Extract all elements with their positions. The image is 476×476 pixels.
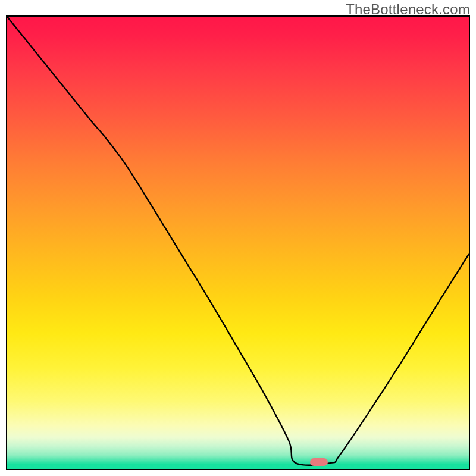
gradient-background bbox=[7, 17, 469, 469]
watermark-text: TheBottleneck.com bbox=[346, 1, 470, 18]
optimum-marker-pill bbox=[310, 458, 328, 466]
plot-area bbox=[6, 15, 470, 470]
chart-container: TheBottleneck.com bbox=[0, 0, 476, 476]
